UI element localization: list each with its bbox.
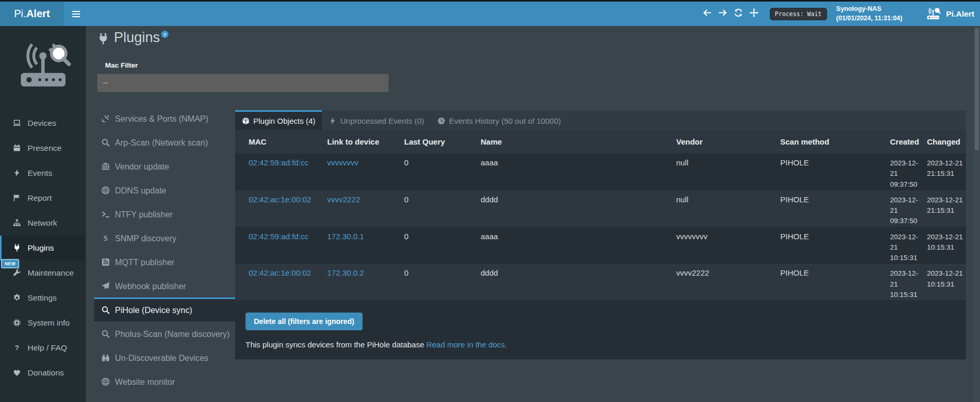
wrench-icon [12, 269, 21, 277]
plugin-nav-label: Webhook publisher [115, 282, 186, 291]
plugin-nav-item-pholus-scan-name-discovery[interactable]: Pholus-Scan (Name discovery) [94, 321, 236, 345]
column-header-vendor[interactable]: Vendor [676, 130, 780, 153]
cell-mac: 02:42:ac:1e:00:02 [235, 264, 327, 301]
search-icon [100, 306, 110, 315]
tab-label: Unprocessed Events (0) [340, 116, 424, 125]
mac-link[interactable]: 02:42:59:ad:fd:cc [249, 158, 308, 167]
device-info: Synology-NAS (01/01/2024, 11:31:04) [836, 5, 902, 23]
refresh-icon[interactable] [734, 8, 743, 17]
bolt-icon [12, 169, 21, 177]
help-badge-icon[interactable]: ? [161, 31, 169, 38]
plugin-nav-item-mqtt-publisher[interactable]: MQTT publisher [94, 250, 236, 274]
column-header-last-query[interactable]: Last Query [404, 130, 481, 153]
plugin-nav-item-ddns-update[interactable]: DDNS update [94, 178, 236, 202]
page-header: Plugins ? [97, 30, 169, 46]
plugin-nav-label: Un-Discoverable Devices [115, 354, 209, 363]
mac-link[interactable]: 02:42:59:ad:fd:cc [249, 232, 308, 241]
tab-label: Plugin Objects (4) [253, 116, 315, 125]
column-header-changed[interactable]: Changed [927, 130, 966, 153]
plugin-nav-item-webhook-publisher[interactable]: Webhook publisher [94, 274, 236, 297]
move-icon[interactable] [750, 8, 758, 17]
tab-unprocessed-events-0[interactable]: Unprocessed Events (0) [322, 110, 431, 130]
sidebar-item-report[interactable]: Report [0, 186, 86, 211]
plugin-nav-item-vendor-update[interactable]: Vendor update [94, 154, 236, 178]
router-search-logo-icon [14, 38, 72, 96]
sidebar-item-network[interactable]: Network [0, 211, 86, 236]
cell-scan-method: PIHOLE [780, 190, 890, 227]
sidebar-item-system-info[interactable]: System info [0, 310, 86, 335]
sidebar-item-help-faq[interactable]: ?Help / FAQ [0, 335, 86, 360]
process-status-badge: Process: Wait [770, 8, 827, 20]
laptop-icon [12, 119, 21, 127]
sidebar-item-presence[interactable]: Presence [0, 136, 86, 161]
device-link[interactable]: vvvv2222 [327, 195, 360, 204]
plugin-nav-item-arp-scan-network-scan[interactable]: Arp-Scan (Network scan) [94, 130, 236, 154]
cell-name: aaaa [481, 227, 676, 264]
cell-mac: 02:42:59:ad:fd:cc [235, 153, 327, 190]
sidebar-item-donations[interactable]: Donations [0, 360, 86, 385]
main-content: Plugins ? Mac Filter -- Services & Ports… [86, 26, 980, 402]
tab-plugin-objects-4[interactable]: Plugin Objects (4) [235, 110, 322, 130]
plugin-nav-label: Services & Ports (NMAP) [115, 114, 209, 124]
sidebar: DevicesPresenceEventsReportNetworkPlugin… [0, 26, 86, 402]
docs-link[interactable]: Read more in the docs. [427, 340, 507, 349]
plugin-nav-item-snmp-discovery[interactable]: SSNMP discovery [94, 226, 236, 250]
plugin-nav-item-website-monitor[interactable]: Website monitor [94, 369, 236, 393]
sidebar-item-plugins[interactable]: Plugins [0, 236, 86, 261]
scrollbar[interactable] [974, 26, 980, 402]
pialert-app: Pi.Alert Process: Wait Synology-NAS (01/… [0, 0, 980, 402]
sidebar-item-label: Plugins [28, 243, 54, 253]
column-header-name[interactable]: Name [481, 130, 676, 153]
sidebar-item-events[interactable]: Events [0, 161, 86, 186]
device-time: (01/01/2024, 11:31:04) [836, 14, 902, 23]
sidebar-item-devices[interactable]: Devices [0, 111, 86, 136]
mac-filter-input[interactable]: -- [97, 74, 389, 92]
column-header-scan-method[interactable]: Scan method [780, 130, 890, 153]
app-logo[interactable]: Pi.Alert [0, 2, 64, 26]
sidebar-toggle-button[interactable] [64, 2, 88, 26]
binoculars-icon [100, 354, 110, 362]
plugin-objects-table: MACLink to deviceLast QueryNameVendorSca… [235, 130, 966, 301]
plugin-nav-label: DDNS update [115, 186, 166, 196]
mac-link[interactable]: 02:42:ac:1e:00:02 [249, 195, 311, 204]
cell-vendor: null [676, 153, 780, 190]
plugin-nav-item-services-ports-nmap[interactable]: Services & Ports (NMAP) [94, 106, 236, 130]
cell-scan-method: PIHOLE [780, 227, 890, 264]
delete-all-button[interactable]: Delete all (filters are ignored) [246, 313, 363, 330]
cell-vendor: vvvv2222 [676, 264, 780, 301]
plugin-nav-item-un-discoverable-devices[interactable]: Un-Discoverable Devices [94, 345, 236, 369]
column-header-mac[interactable]: MAC [235, 130, 327, 153]
cell-created: 2023-12-21 09:37:50 [890, 153, 927, 190]
paper-plane-icon [100, 282, 110, 291]
cell-changed: 2023-12-21 21:15:31 [927, 190, 966, 227]
mac-link[interactable]: 02:42:ac:1e:00:02 [249, 268, 311, 277]
sidebar-item-label: Presence [28, 144, 61, 153]
forward-icon[interactable] [718, 8, 727, 17]
plugin-description: This plugin syncs devices from the PiHol… [246, 340, 966, 349]
terminal-icon [100, 210, 110, 219]
device-link[interactable]: 172.30.0.2 [327, 268, 364, 277]
plugin-nav-label: Website monitor [115, 378, 175, 387]
sidebar-item-label: System info [28, 318, 70, 328]
mac-filter-label: Mac Filter [105, 61, 138, 69]
device-link[interactable]: vvvvvvvv [327, 158, 358, 167]
sidebar-menu: DevicesPresenceEventsReportNetworkPlugin… [0, 111, 86, 385]
back-icon[interactable] [703, 8, 712, 17]
tab-bar: Plugin Objects (4)Unprocessed Events (0)… [235, 110, 966, 130]
scrollbar-thumb[interactable] [975, 28, 979, 150]
sidebar-item-settings[interactable]: Settings [0, 286, 86, 310]
cell-created: 2023-12-21 10:15:31 [890, 264, 927, 301]
column-header-link-to-device[interactable]: Link to device [327, 130, 404, 153]
plugin-nav-item-ntfy-publisher[interactable]: NTFY publisher [94, 202, 236, 226]
device-link[interactable]: 172.30.0.1 [327, 232, 364, 241]
plugin-nav-label: MQTT publisher [115, 258, 174, 267]
cell-last-query: 0 [404, 153, 481, 190]
tab-events-history-50-out-of-10000[interactable]: Events History (50 out of 10000) [431, 110, 568, 130]
search-icon [100, 330, 110, 339]
table-row: 02:42:ac:1e:00:02vvvv22220ddddnullPIHOLE… [235, 190, 966, 227]
page-title: Plugins [114, 30, 160, 46]
heart-icon [12, 369, 21, 377]
column-header-created[interactable]: Created [890, 130, 927, 153]
cell-name: dddd [481, 190, 676, 227]
plugin-nav-item-pihole-device-sync[interactable]: PiHole (Device sync) [94, 297, 236, 321]
